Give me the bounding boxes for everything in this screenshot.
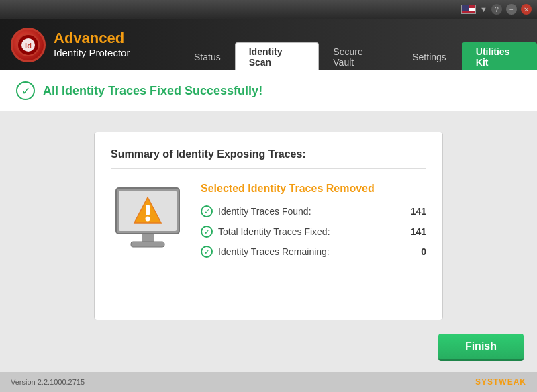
svg-rect-8 (146, 205, 150, 215)
tab-settings[interactable]: Settings (398, 42, 460, 70)
title-bar: ▼ ? − ✕ (0, 0, 537, 19)
summary-body: Selected Identity Traces Removed ✓ Ident… (111, 183, 426, 266)
traces-removed-title: Selected Identity Traces Removed (201, 183, 426, 195)
svg-point-9 (146, 217, 150, 222)
tab-status[interactable]: Status (180, 42, 235, 70)
success-message: All Identity Traces Fixed Successfully! (43, 84, 262, 98)
monitor-svg (111, 183, 185, 256)
finish-button[interactable]: Finish (438, 334, 524, 361)
trace-row-fixed: ✓ Total Identity Traces Fixed: 141 (201, 226, 426, 238)
tab-utilities-kit[interactable]: Utilities Kit (462, 42, 537, 70)
content-area: Summary of Identity Exposing Traces: (0, 111, 537, 334)
minimize-button[interactable]: − (506, 4, 517, 15)
language-flag-icon[interactable] (461, 5, 476, 14)
trace-value-fixed: 141 (406, 226, 426, 237)
language-dropdown-icon[interactable]: ▼ (480, 5, 487, 13)
trace-value-remaining: 0 (406, 246, 426, 257)
logo-svg: id (17, 34, 40, 56)
close-button[interactable]: ✕ (521, 4, 532, 15)
footer: Version 2.2.1000.2715 SYSTWEAK (0, 372, 537, 392)
brand-prefix: SYS (475, 377, 493, 387)
svg-rect-6 (131, 242, 164, 247)
success-check-icon: ✓ (16, 81, 35, 100)
traces-info: Selected Identity Traces Removed ✓ Ident… (201, 183, 426, 266)
brand-logo: SYSTWEAK (475, 377, 526, 387)
trace-label-found: Identity Traces Found: (218, 206, 401, 217)
trace-label-remaining: Identity Traces Remaining: (218, 246, 401, 257)
tab-secure-vault[interactable]: Secure Vault (319, 42, 398, 70)
version-text: Version 2.2.1000.2715 (11, 378, 85, 386)
help-button[interactable]: ? (491, 4, 502, 15)
success-banner: ✓ All Identity Traces Fixed Successfully… (0, 70, 537, 111)
summary-title: Summary of Identity Exposing Traces: (111, 148, 426, 169)
app-name: Advanced Identity Protector (54, 30, 130, 58)
svg-text:id: id (25, 42, 32, 50)
trace-value-found: 141 (406, 206, 426, 217)
main-content: ✓ All Identity Traces Fixed Successfully… (0, 70, 537, 372)
summary-card: Summary of Identity Exposing Traces: (94, 132, 443, 320)
trace-check-icon-1: ✓ (201, 205, 213, 217)
monitor-illustration (111, 183, 185, 259)
trace-label-fixed: Total Identity Traces Fixed: (218, 226, 401, 237)
app-name-advanced: Advanced (54, 30, 130, 46)
app-logo-icon: id (11, 28, 46, 62)
finish-area: Finish (0, 334, 537, 372)
trace-check-icon-3: ✓ (201, 246, 213, 258)
trace-check-icon-2: ✓ (201, 226, 213, 238)
app-name-sub: Identity Protector (54, 47, 130, 59)
trace-row-remaining: ✓ Identity Traces Remaining: 0 (201, 246, 426, 258)
brand-suffix: TWEAK (493, 377, 526, 387)
trace-row-found: ✓ Identity Traces Found: 141 (201, 205, 426, 217)
nav-tabs: Status Identity Scan Secure Vault Settin… (180, 19, 537, 70)
app-header: id Advanced Identity Protector Status Id… (0, 19, 537, 70)
tab-identity-scan[interactable]: Identity Scan (235, 42, 320, 70)
logo-area: id Advanced Identity Protector (0, 28, 180, 62)
svg-rect-5 (142, 234, 154, 242)
